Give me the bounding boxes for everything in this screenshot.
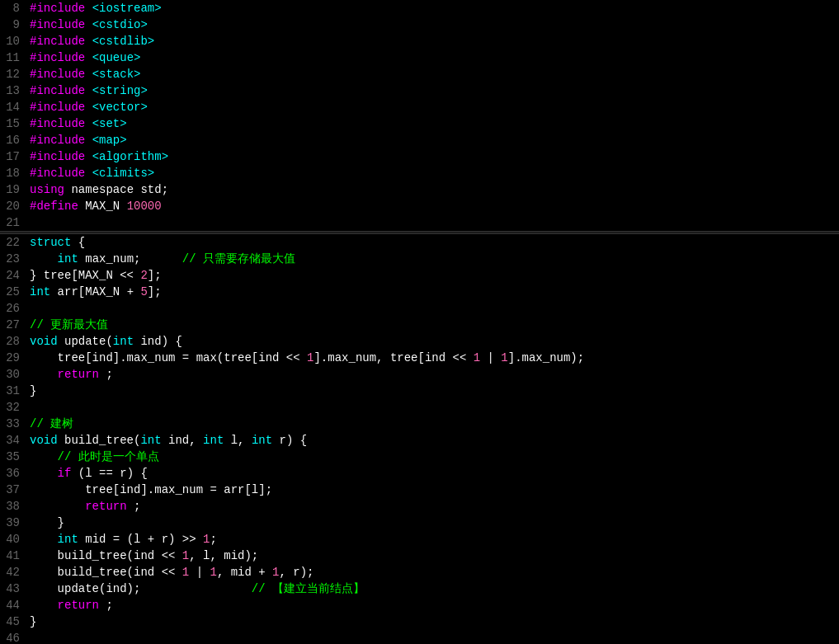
token: <queue> bbox=[92, 51, 141, 64]
token: , l, mid); bbox=[189, 549, 258, 562]
line-content: #include <stack> bbox=[26, 66, 839, 82]
code-line: 36 if (l == r) { bbox=[0, 465, 839, 482]
code-line: 30 return ; bbox=[0, 366, 839, 383]
token: ; bbox=[127, 500, 141, 513]
line-content: update(ind); // 【建立当前结点】 bbox=[26, 581, 839, 597]
token: max_num; bbox=[78, 252, 141, 266]
line-number: 22 bbox=[0, 234, 26, 251]
token: arr[MAX_N + bbox=[50, 285, 140, 298]
line-number: 17 bbox=[0, 148, 26, 165]
line-content: struct { bbox=[26, 234, 839, 251]
code-line: 29 tree[ind].max_num = max(tree[ind << 1… bbox=[0, 350, 839, 366]
line-number: 30 bbox=[0, 366, 26, 383]
token: #include bbox=[30, 84, 92, 97]
token: int bbox=[203, 434, 224, 447]
line-content: #include <cstdio> bbox=[26, 16, 839, 33]
token: mid = (l + r) >> bbox=[78, 533, 203, 546]
line-content: // 建树 bbox=[26, 416, 839, 432]
token bbox=[30, 467, 58, 480]
token bbox=[30, 500, 85, 513]
token: } bbox=[30, 615, 36, 628]
token bbox=[30, 533, 58, 546]
code-line: 23 int max_num; // 只需要存储最大值 bbox=[0, 251, 839, 267]
token: | bbox=[189, 566, 210, 579]
line-number: 44 bbox=[0, 597, 26, 613]
code-line: 15#include <set> bbox=[0, 115, 839, 132]
token: // 建树 bbox=[30, 417, 73, 430]
token: #include bbox=[30, 167, 92, 180]
line-content: } bbox=[26, 515, 839, 531]
line-number: 36 bbox=[0, 465, 26, 482]
line-content: build_tree(ind << 1, l, mid); bbox=[26, 548, 839, 564]
line-content: using namespace std; bbox=[26, 181, 839, 198]
code-line: 19using namespace std; bbox=[0, 181, 839, 198]
code-line: 37 tree[ind].max_num = arr[l]; bbox=[0, 482, 839, 498]
code-line: 9#include <cstdio> bbox=[0, 16, 839, 33]
line-content: #include <cstdlib> bbox=[26, 33, 839, 49]
token: // 【建立当前结点】 bbox=[140, 582, 365, 595]
code-line: 18#include <climits> bbox=[0, 165, 839, 181]
line-number: 10 bbox=[0, 33, 26, 49]
line-number: 11 bbox=[0, 49, 26, 66]
code-line: 34void build_tree(int ind, int l, int r)… bbox=[0, 432, 839, 449]
token: ]; bbox=[148, 285, 162, 298]
token: return bbox=[58, 599, 99, 612]
token: ind, bbox=[162, 434, 203, 447]
code-line: 22struct { bbox=[0, 234, 839, 251]
token bbox=[30, 599, 58, 612]
token: <vector> bbox=[92, 101, 148, 114]
line-content: } bbox=[26, 383, 839, 399]
token: l, bbox=[224, 434, 252, 447]
token: <map> bbox=[92, 134, 127, 147]
line-content: #include <set> bbox=[26, 115, 839, 132]
line-content: int mid = (l + r) >> 1; bbox=[26, 531, 839, 548]
token: update( bbox=[58, 335, 113, 348]
token: <climits> bbox=[92, 167, 155, 180]
token: #include bbox=[30, 117, 92, 130]
token: MAX_N bbox=[85, 200, 126, 213]
code-line: 12#include <stack> bbox=[0, 66, 839, 82]
token: <cstdio> bbox=[92, 18, 148, 31]
code-line: 45} bbox=[0, 613, 839, 630]
token: void bbox=[30, 434, 58, 447]
line-number: 28 bbox=[0, 333, 26, 350]
token: { bbox=[71, 236, 85, 249]
token: ].max_num, tree[ind << bbox=[313, 351, 473, 364]
token: ind) { bbox=[134, 335, 182, 348]
line-content: #include <map> bbox=[26, 132, 839, 148]
token: 1 bbox=[210, 566, 216, 579]
token: <cstdlib> bbox=[92, 35, 155, 48]
code-line: 31} bbox=[0, 383, 839, 399]
token: using bbox=[30, 183, 71, 196]
token: #include bbox=[30, 2, 92, 15]
line-number: 14 bbox=[0, 99, 26, 115]
code-line: 40 int mid = (l + r) >> 1; bbox=[0, 531, 839, 548]
code-line: 39 } bbox=[0, 515, 839, 531]
line-number: 46 bbox=[0, 630, 26, 644]
code-line: 11#include <queue> bbox=[0, 49, 839, 66]
token: <stack> bbox=[92, 68, 141, 81]
line-content: // 此时是一个单点 bbox=[26, 449, 839, 465]
code-line: 13#include <string> bbox=[0, 82, 839, 99]
token: 1 bbox=[474, 351, 480, 364]
line-content: #define MAX_N 10000 bbox=[26, 198, 839, 214]
line-number: 43 bbox=[0, 581, 26, 597]
line-content bbox=[26, 300, 839, 317]
line-number: 21 bbox=[0, 214, 26, 231]
line-number: 25 bbox=[0, 284, 26, 300]
line-content bbox=[26, 630, 839, 644]
code-line: 35 // 此时是一个单点 bbox=[0, 449, 839, 465]
line-number: 39 bbox=[0, 515, 26, 531]
token: #include bbox=[30, 51, 92, 64]
line-number: 31 bbox=[0, 383, 26, 399]
token: #include bbox=[30, 101, 92, 114]
token: return bbox=[85, 500, 126, 513]
line-content: #include <climits> bbox=[26, 165, 839, 181]
line-content: void update(int ind) { bbox=[26, 333, 839, 350]
line-number: 13 bbox=[0, 82, 26, 99]
line-number: 8 bbox=[0, 0, 26, 16]
token: int bbox=[30, 285, 50, 298]
code-line: 26 bbox=[0, 300, 839, 317]
line-content: #include <queue> bbox=[26, 49, 839, 66]
line-number: 23 bbox=[0, 251, 26, 267]
